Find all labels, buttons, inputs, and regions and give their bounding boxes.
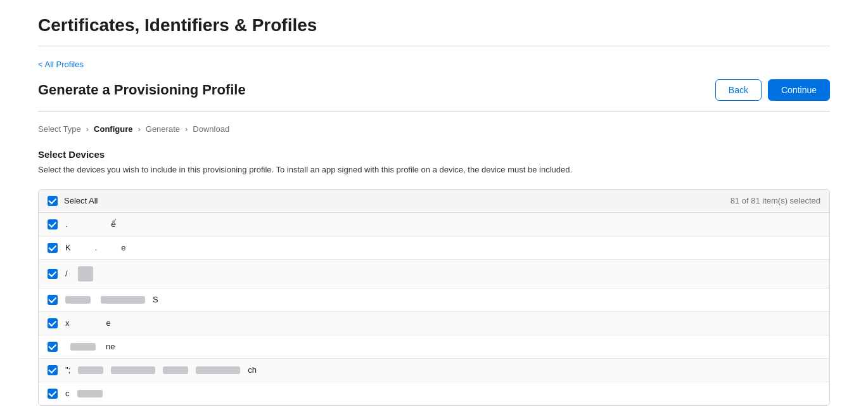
- device-name-8: c: [65, 389, 820, 398]
- device-name-4: S: [65, 295, 820, 304]
- row-checkbox-6[interactable]: [48, 342, 58, 352]
- row-checkbox-5[interactable]: [48, 318, 58, 328]
- row-checkbox-8[interactable]: [48, 389, 58, 399]
- select-all-container: Select All: [48, 196, 98, 206]
- chevron-icon-1: ›: [86, 124, 89, 134]
- blurred-text-7c: [163, 366, 188, 374]
- row-checkbox-2[interactable]: [48, 243, 58, 253]
- table-row: "; ch: [39, 359, 829, 382]
- breadcrumb-step-configure: Configure: [94, 124, 132, 134]
- row-checkbox-7[interactable]: [48, 365, 58, 375]
- device-name-2: K . e: [65, 243, 820, 252]
- device-name-1: . ế: [65, 219, 820, 229]
- blurred-text-6: [70, 343, 96, 351]
- blurred-text-4a: [65, 296, 91, 304]
- blurred-text-7a: [78, 366, 103, 374]
- selected-count: 81 of 81 item(s) selected: [731, 196, 820, 205]
- breadcrumb: Select Type › Configure › Generate › Dow…: [38, 124, 830, 134]
- row-checkbox-1[interactable]: [48, 219, 58, 229]
- blurred-text-4b: [101, 296, 145, 304]
- select-devices-title: Select Devices: [38, 149, 830, 160]
- table-row: c: [39, 382, 829, 405]
- table-row: ne: [39, 335, 829, 359]
- select-devices-description: Select the devices you wish to include i…: [38, 164, 830, 176]
- device-name-5: x e: [65, 318, 820, 328]
- device-name-6: ne: [65, 342, 820, 351]
- section-divider: [38, 111, 830, 112]
- action-buttons: Back Continue: [715, 79, 830, 101]
- breadcrumb-step-select-type: Select Type: [38, 124, 81, 134]
- chevron-icon-3: ›: [185, 124, 188, 134]
- blurred-text-7d: [196, 366, 240, 374]
- breadcrumb-step-download: Download: [193, 124, 229, 134]
- table-row: S: [39, 288, 829, 312]
- row-checkbox-3[interactable]: [48, 269, 58, 279]
- blurred-text-7b: [111, 366, 155, 374]
- back-to-profiles-link[interactable]: < All Profiles: [38, 60, 84, 69]
- section-header: Generate a Provisioning Profile Back Con…: [38, 79, 830, 101]
- continue-button[interactable]: Continue: [768, 79, 830, 101]
- row-checkbox-4[interactable]: [48, 295, 58, 305]
- table-row: /: [39, 260, 829, 288]
- table-row: K . e: [39, 236, 829, 260]
- table-row: . ế: [39, 213, 829, 236]
- select-all-checkbox[interactable]: [48, 196, 58, 206]
- chevron-icon-2: ›: [137, 124, 140, 134]
- select-all-label: Select All: [64, 196, 98, 205]
- back-button[interactable]: Back: [715, 79, 762, 101]
- device-table: Select All 81 of 81 item(s) selected . ế…: [38, 189, 830, 406]
- blurred-text-8: [77, 390, 103, 397]
- page-title: Certificates, Identifiers & Profiles: [38, 15, 830, 46]
- table-header-row: Select All 81 of 81 item(s) selected: [39, 190, 829, 213]
- generate-profile-title: Generate a Provisioning Profile: [38, 82, 246, 98]
- device-name-7: "; ch: [65, 365, 820, 375]
- device-name-3: /: [65, 266, 820, 281]
- table-row: x e: [39, 312, 829, 335]
- breadcrumb-step-generate: Generate: [146, 124, 180, 134]
- device-icon-3: [78, 266, 93, 281]
